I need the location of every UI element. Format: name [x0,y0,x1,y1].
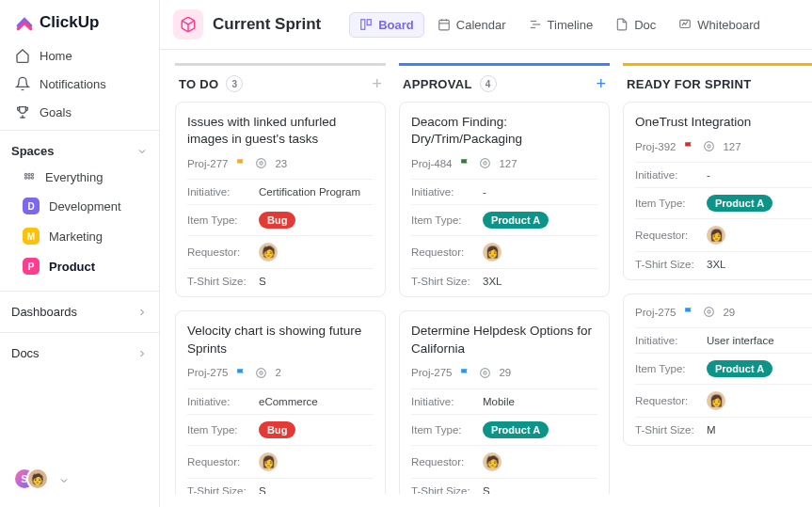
column-title: TO DO [179,77,218,91]
field-tshirt: T-Shirt Size: 3XL [635,251,812,270]
svg-point-2 [31,173,33,175]
trophy-icon [15,104,30,119]
field-tshirt: T-Shirt Size: S [411,478,597,494]
field-initiative: Initiative: Mobile [411,388,597,407]
card-meta: Proj-392 127 [635,140,812,152]
points-icon [479,367,491,379]
add-card-button[interactable]: + [596,75,606,92]
field-tshirt: T-Shirt Size: M [635,417,812,436]
field-initiative: Initiative: eCommerce [187,388,374,407]
dashboards-toggle[interactable]: Dashboards [0,295,159,328]
chevron-down-icon [58,475,70,486]
view-board-label: Board [378,18,414,32]
board[interactable]: TO DO 3 + Issues with linked unfurled im… [160,50,812,507]
avatar: 🧑 [26,467,49,490]
view-doc[interactable]: Doc [606,13,665,37]
space-everything[interactable]: Everything [11,164,148,191]
flag-icon [683,306,695,318]
item-type-tag: Bug [259,212,295,229]
points-icon [255,157,267,169]
flag-icon [235,157,247,169]
space-marketing[interactable]: M Marketing [11,221,148,251]
user-avatars[interactable]: S 🧑 [13,467,55,494]
task-card[interactable]: OneTrust Integration Proj-392 127 Initia… [623,102,812,280]
field-label: Requestor: [411,246,475,258]
docs-toggle[interactable]: Docs [0,337,159,370]
field-requestor: Requestor: 🧑 [411,445,597,471]
task-card[interactable]: Velocity chart is showing future Sprints… [175,310,386,494]
svg-point-25 [705,142,714,151]
view-timeline-label: Timeline [548,18,594,32]
task-card[interactable]: Proj-275 29 Initiative: User interface I… [623,293,812,446]
spaces-toggle[interactable]: Spaces [11,144,148,158]
points: 127 [499,158,517,169]
field-label: T-Shirt Size: [187,276,251,287]
view-board[interactable]: Board [349,12,424,38]
svg-point-17 [257,159,266,168]
avatar: 👩 [483,243,502,261]
nav-home[interactable]: Home [4,41,155,70]
column-header: APPROVAL 4 + [399,63,610,102]
nav-goals-label: Goals [40,105,72,119]
svg-point-4 [28,176,30,178]
field-label: Initiative: [411,396,475,407]
field-item-type: Item Type: Product A [635,353,812,377]
view-doc-label: Doc [634,18,656,32]
field-label: T-Shirt Size: [411,485,475,494]
column-header: READY FOR SPRINT + [623,63,812,102]
field-item-type: Item Type: Product A [635,187,812,212]
avatar: 🧑 [259,243,278,261]
spaces-title: Spaces [11,144,55,158]
card-meta: Proj-277 23 [187,157,374,169]
points-icon [703,306,715,318]
field-label: T-Shirt Size: [635,424,699,436]
space-development[interactable]: D Development [11,191,148,221]
field-requestor: Requestor: 👩 [187,445,374,471]
field-label: Requestor: [187,456,251,467]
field-value: 3XL [483,276,502,287]
doc-icon [615,18,629,31]
sidebar-footer[interactable]: S 🧑 [0,454,159,507]
svg-point-22 [484,162,486,165]
space-product[interactable]: P Product [11,251,148,281]
view-calendar[interactable]: Calendar [428,13,516,37]
field-requestor: Requestor: 👩 [635,218,812,245]
grid-icon [23,171,36,184]
field-item-type: Item Type: Bug [187,414,374,438]
add-card-button[interactable]: + [372,75,382,92]
card-meta: Proj-484 127 [411,157,597,169]
clickup-logo-icon [15,13,34,32]
svg-point-19 [257,369,266,378]
field-initiative: Initiative: User interface [635,327,812,346]
board-column: READY FOR SPRINT + OneTrust Integration … [623,63,812,494]
space-label: Development [49,199,121,214]
task-card[interactable]: Deacom Finding: Dry/Trim/Packaging Proj-… [399,102,610,297]
brand-logo[interactable]: ClickUp [0,0,159,41]
timeline-icon [529,18,542,31]
field-label: Item Type: [635,363,699,374]
spaces-section: Spaces Everything D Development M Market… [0,135,159,287]
card-title: Determine Helpdesk Options for Californi… [411,323,597,356]
view-timeline[interactable]: Timeline [519,13,603,37]
points: 29 [499,367,511,378]
points: 127 [723,141,740,152]
flag-icon [683,140,695,152]
field-value: eCommerce [259,396,318,407]
field-label: T-Shirt Size: [411,276,475,287]
field-label: Item Type: [411,424,475,436]
nav-goals[interactable]: Goals [4,98,155,126]
field-item-type: Item Type: Product A [411,414,597,438]
column-count: 3 [226,75,243,92]
view-whiteboard[interactable]: Whiteboard [669,13,769,37]
card-list: Deacom Finding: Dry/Trim/Packaging Proj-… [399,102,610,494]
nav-notifications[interactable]: Notifications [4,70,155,98]
task-card[interactable]: Determine Helpdesk Options for Californi… [399,310,610,494]
view-title[interactable]: Current Sprint [173,9,321,40]
field-value: S [483,485,490,494]
field-label: T-Shirt Size: [635,259,699,270]
points: 23 [275,158,287,169]
project-id: Proj-277 [187,158,228,169]
column-title: APPROVAL [403,77,472,91]
task-card[interactable]: Issues with linked unfurled images in gu… [175,102,386,297]
field-requestor: Requestor: 🧑 [187,235,374,261]
